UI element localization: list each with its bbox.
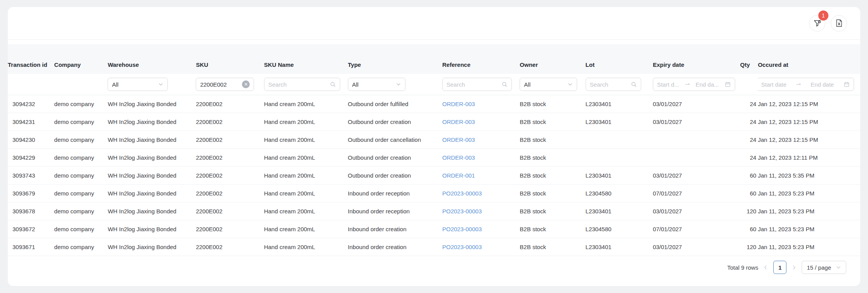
expiry-end-placeholder: End da... [696, 81, 719, 88]
warehouse-cell: WH In2log Jiaxing Bonded [108, 113, 196, 131]
lot-cell [586, 131, 653, 149]
occured_at-cell: Jan 12, 2023 12:15 PM [758, 95, 860, 113]
table-row: 3094229demo companyWH In2log Jiaxing Bon… [8, 149, 860, 167]
company-cell: demo company [54, 202, 108, 220]
type-cell: Outbound order cancellation [348, 131, 442, 149]
transaction_id-cell: 3094231 [8, 113, 54, 131]
type-cell: Inbound order reception [348, 185, 442, 202]
sku-cell: 2200E002 [196, 202, 264, 220]
sku-cell: 2200E002 [196, 113, 264, 131]
toolbar: 1 [8, 7, 860, 40]
sku_name-cell: Hand cream 200mL [264, 113, 348, 131]
sku-cell: 2200E002 [196, 220, 264, 238]
column-header-occured-at: Occured at [758, 44, 860, 74]
type-cell: Inbound order creation [348, 238, 442, 256]
expiry_date-cell: 07/01/2027 [653, 185, 740, 202]
pagination: Total 9 rows 1 15 / page [8, 256, 860, 274]
transactions-table: Transaction id Company Warehouse SKU SKU… [8, 44, 860, 256]
owner-filter-select[interactable]: All [520, 78, 577, 91]
type-filter-select[interactable]: All [348, 78, 405, 91]
qty-cell: 60 [740, 185, 758, 202]
type-cell: Inbound order reception [348, 202, 442, 220]
reference-link[interactable]: PO2023-00003 [442, 208, 482, 215]
reference-link[interactable]: PO2023-00003 [442, 190, 482, 197]
chevron-down-icon [396, 82, 401, 87]
reference-cell: PO2023-00003 [442, 220, 520, 238]
sku_name-cell: Hand cream 200mL [264, 131, 348, 149]
expiry_date-cell: 03/01/2027 [653, 95, 740, 113]
column-header-reference: Reference [442, 44, 520, 74]
expiry-start-placeholder: Start d... [657, 81, 679, 88]
reference-link[interactable]: ORDER-003 [442, 154, 475, 161]
warehouse-filter-select[interactable]: All [108, 78, 168, 91]
lot-search-input[interactable]: Search [586, 78, 641, 91]
occured-at-range-picker[interactable]: Start date ⇀ End date [758, 78, 854, 91]
warehouse-cell: WH In2log Jiaxing Bonded [108, 238, 196, 256]
lot-cell: L2303401 [586, 167, 653, 185]
pagination-page-button[interactable]: 1 [773, 261, 786, 274]
pagination-prev-button[interactable] [763, 265, 769, 270]
type-cell: Outbound order fulfilled [348, 95, 442, 113]
reference-link[interactable]: ORDER-003 [442, 119, 475, 125]
transaction_id-cell: 3093671 [8, 238, 54, 256]
owner-filter-value: All [524, 81, 531, 88]
type-cell: Inbound order creation [348, 220, 442, 238]
transaction_id-cell: 3093743 [8, 167, 54, 185]
sku-filter-value: 2200E002 [200, 81, 226, 88]
pagination-total: Total 9 rows [727, 264, 758, 271]
table-row: 3094230demo companyWH In2log Jiaxing Bon… [8, 131, 860, 149]
expiry-date-range-picker[interactable]: Start d... ⇀ End da... [653, 78, 735, 91]
reference-link[interactable]: PO2023-00003 [442, 226, 482, 232]
qty-cell: 24 [740, 149, 758, 167]
company-cell: demo company [54, 95, 108, 113]
search-icon [631, 81, 637, 87]
owner-cell: B2B stock [520, 220, 585, 238]
chevron-down-icon [567, 82, 573, 87]
search-icon [330, 81, 336, 87]
sku-filter-input[interactable]: 2200E002 ✕ [196, 78, 254, 91]
sku-name-search-input[interactable]: Search [264, 78, 340, 91]
reference-link[interactable]: ORDER-003 [442, 101, 475, 107]
filter-count-badge: 1 [818, 10, 828, 21]
sku-cell: 2200E002 [196, 95, 264, 113]
expiry_date-cell: 03/01/2027 [653, 238, 740, 256]
owner-cell: B2B stock [520, 202, 585, 220]
occured_at-cell: Jan 11, 2023 5:35 PM [758, 167, 860, 185]
clear-filters-button[interactable]: 1 [809, 15, 825, 31]
pagination-next-button[interactable] [791, 265, 797, 270]
reference-search-input[interactable]: Search [442, 78, 512, 91]
owner-cell: B2B stock [520, 149, 585, 167]
qty-cell: 120 [740, 238, 758, 256]
export-excel-button[interactable] [831, 15, 847, 31]
chevron-left-icon [763, 265, 769, 270]
reference-link[interactable]: ORDER-001 [442, 172, 475, 179]
reference-link[interactable]: ORDER-003 [442, 136, 475, 143]
lot-cell: L2303401 [586, 113, 653, 131]
reference-cell: PO2023-00003 [442, 185, 520, 202]
expiry_date-cell: 03/01/2027 [653, 113, 740, 131]
column-header-qty: Qty [740, 44, 758, 74]
occured_at-cell: Jan 11, 2023 5:23 PM [758, 202, 860, 220]
expiry_date-cell: 03/01/2027 [653, 202, 740, 220]
qty-cell: 24 [740, 131, 758, 149]
chevron-down-icon [158, 82, 164, 87]
occured_at-cell: Jan 11, 2023 5:23 PM [758, 238, 860, 256]
transaction_id-cell: 3093678 [8, 202, 54, 220]
qty-cell: 120 [740, 202, 758, 220]
sku-name-search-placeholder: Search [268, 81, 287, 88]
lot-cell: L2304580 [586, 220, 653, 238]
warehouse-cell: WH In2log Jiaxing Bonded [108, 95, 196, 113]
lot-cell: L2303401 [586, 202, 653, 220]
sku-cell: 2200E002 [196, 238, 264, 256]
clear-icon[interactable]: ✕ [242, 80, 250, 88]
warehouse-filter-value: All [112, 81, 118, 88]
page-size-select[interactable]: 15 / page [802, 261, 846, 274]
chevron-down-icon [836, 265, 841, 270]
reference-cell: ORDER-003 [442, 113, 520, 131]
company-cell: demo company [54, 167, 108, 185]
lot-search-placeholder: Search [590, 81, 609, 88]
calendar-icon [844, 81, 850, 87]
owner-cell: B2B stock [520, 113, 585, 131]
occured-end-placeholder: End date [811, 81, 834, 88]
reference-link[interactable]: PO2023-00003 [442, 244, 482, 250]
